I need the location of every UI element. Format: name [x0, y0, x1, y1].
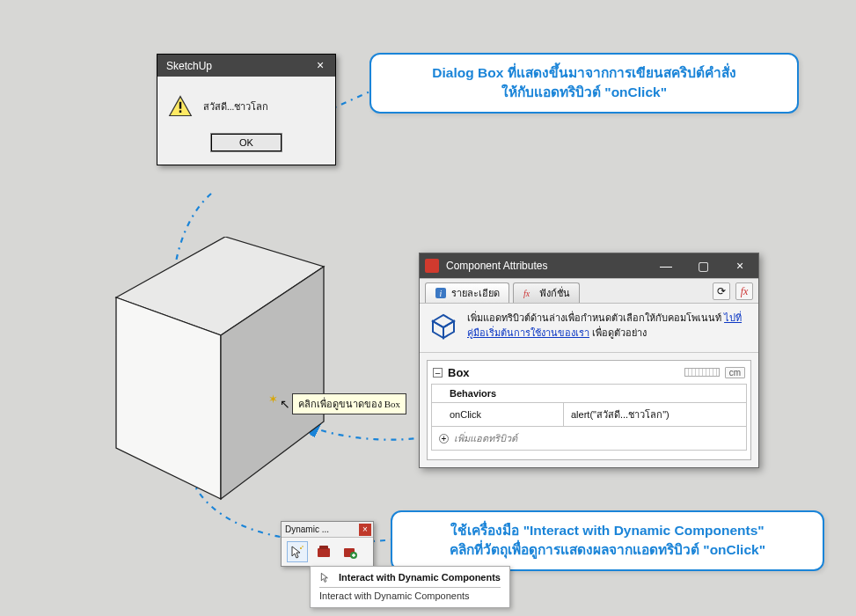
toolbar-titlebar[interactable]: Dynamic ... × — [282, 522, 373, 538]
svg-point-13 — [302, 546, 304, 547]
attr-value-cell[interactable]: alert("สวัสดี...ชาวโลก") — [564, 402, 747, 426]
component-cube-icon — [428, 311, 458, 345]
toggle-formula-button[interactable]: fx — [735, 282, 753, 300]
svg-marker-11 — [443, 321, 454, 338]
svg-marker-10 — [433, 321, 443, 338]
sketchup-alert-dialog: SketchUp × สวัสดี...ชาวโลก OK — [157, 54, 336, 165]
dynamic-components-toolbar[interactable]: Dynamic ... × — [281, 521, 374, 567]
cursor-icon: ↖ — [280, 397, 290, 411]
collapse-toggle[interactable]: – — [433, 368, 443, 378]
toolbar-title: Dynamic ... — [285, 524, 329, 534]
close-icon[interactable]: × — [359, 524, 371, 536]
attribute-row[interactable]: onClick alert("สวัสดี...ชาวโลก") — [432, 402, 747, 426]
ruler-icon — [684, 368, 720, 377]
svg-marker-9 — [433, 315, 454, 327]
interact-cursor-tooltip: ✶ ↖ คลิกเพื่อดูขนาดของ Box — [268, 393, 406, 414]
alert-titlebar[interactable]: SketchUp × — [157, 55, 335, 77]
attrwin-titlebar[interactable]: Component Attributes — ▢ × — [420, 253, 758, 278]
tab-label: รายละเอียด — [451, 285, 500, 301]
component-attributes-window: Component Attributes — ▢ × i รายละเอียด … — [419, 253, 759, 468]
svg-text:i: i — [440, 289, 443, 298]
component-name: Box — [448, 366, 676, 379]
component-attributes-button[interactable] — [340, 541, 361, 562]
tooltip-title: Interact with Dynamic Components — [339, 572, 501, 583]
spark-icon: ✶ — [268, 392, 278, 406]
attrwin-title: Component Attributes — [446, 260, 647, 272]
attrwin-tabs: i รายละเอียด fx ฟังก์ชั่น ⟳ fx — [420, 278, 758, 304]
component-options-button[interactable] — [313, 541, 334, 562]
callout-line: Dialog Box ที่แสดงขึ้นมาจากการเขียนสคริป… — [387, 63, 781, 83]
close-button[interactable]: × — [721, 253, 758, 278]
warning-icon — [168, 94, 193, 119]
svg-rect-14 — [318, 548, 330, 557]
svg-rect-4 — [179, 102, 181, 109]
component-box-3d[interactable] — [110, 237, 330, 503]
callout-line: ใช้เครื่องมือ "Interact with Dynamic Com… — [408, 521, 807, 540]
tab-details[interactable]: i รายละเอียด — [425, 282, 509, 303]
attrwin-info: เพิ่มแอดทริบิวต์ด้านล่างเพื่อกำหนดตัวเลื… — [420, 304, 758, 353]
sketchup-app-icon — [425, 259, 439, 273]
svg-rect-5 — [179, 110, 181, 113]
close-icon[interactable]: × — [311, 55, 330, 77]
svg-text:fx: fx — [523, 289, 530, 298]
interact-tool-button[interactable] — [287, 541, 308, 562]
alert-title: SketchUp — [166, 60, 212, 72]
tooltip-body: Interact with Dynamic Components — [319, 590, 501, 601]
interact-tool-tooltip: Interact with Dynamic Components Interac… — [310, 566, 510, 608]
attribute-grid: – Box cm Behaviors onClick alert("สวัสดี… — [427, 360, 751, 460]
add-attribute-row[interactable]: +เพิ่มแอดทริบิวต์ — [432, 426, 747, 450]
minimize-button[interactable]: — — [647, 253, 684, 278]
attr-name-cell[interactable]: onClick — [432, 402, 564, 426]
callout-dialog-explain: Dialog Box ที่แสดงขึ้นมาจากการเขียนสคริป… — [369, 53, 799, 114]
info-text: เพิ่มแอดทริบิวต์ด้านล่างเพื่อกำหนดตัวเลื… — [467, 311, 750, 340]
maximize-button[interactable]: ▢ — [684, 253, 721, 278]
alert-message: สวัสดี...ชาวโลก — [203, 99, 268, 114]
cursor-tooltip-label: คลิกเพื่อดูขนาดของ Box — [292, 393, 406, 414]
section-behaviors: Behaviors — [432, 384, 747, 402]
callout-line: คลิกที่วัตถุเพื่อดูการแสดงผลจากแอดทริบิว… — [408, 540, 807, 560]
callout-interact-tool: ใช้เครื่องมือ "Interact with Dynamic Com… — [391, 510, 824, 571]
cursor-icon — [319, 571, 332, 583]
callout-line: ให้กับแอดทริบิวต์ "onClick" — [387, 83, 781, 102]
svg-point-12 — [300, 547, 302, 549]
refresh-button[interactable]: ⟳ — [713, 282, 730, 300]
unit-label[interactable]: cm — [725, 367, 745, 378]
tab-functions[interactable]: fx ฟังก์ชั่น — [513, 282, 580, 303]
svg-rect-15 — [319, 546, 328, 549]
fx-icon: fx — [523, 287, 535, 299]
plus-icon: + — [439, 434, 449, 444]
info-icon: i — [435, 287, 447, 299]
tab-label: ฟังก์ชั่น — [539, 285, 570, 301]
ok-button[interactable]: OK — [210, 133, 282, 152]
